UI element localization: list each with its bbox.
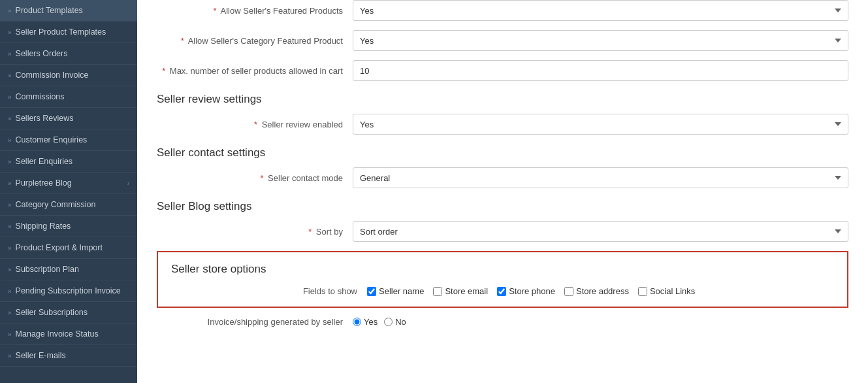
sidebar-item-label: Product Templates bbox=[16, 6, 129, 15]
chevron-icon: » bbox=[8, 29, 12, 36]
sidebar-item-sellers-reviews[interactable]: »Sellers Reviews bbox=[0, 108, 137, 129]
store-phone-checkbox-item[interactable]: Store phone bbox=[497, 286, 555, 296]
sidebar-item-label: Subscription Plan bbox=[16, 265, 129, 274]
fields-to-show-row: Fields to show Seller name Store email S… bbox=[171, 286, 834, 296]
sidebar-item-subscription-plan[interactable]: »Subscription Plan bbox=[0, 259, 137, 280]
sidebar-item-label: Seller E-mails bbox=[16, 351, 129, 360]
store-address-checkbox-item[interactable]: Store address bbox=[564, 286, 629, 296]
allow-category-featured-label: * Allow Seller's Category Featured Produ… bbox=[157, 36, 353, 46]
chevron-icon: » bbox=[8, 244, 12, 252]
seller-contact-mode-label: * Seller contact mode bbox=[157, 173, 353, 183]
seller-review-enabled-label: * Seller review enabled bbox=[157, 120, 353, 129]
sidebar-item-label: Shipping Rates bbox=[16, 222, 129, 231]
allow-featured-products-label: * Allow Seller's Featured Products bbox=[157, 6, 353, 16]
chevron-icon: » bbox=[8, 266, 12, 273]
seller-name-checkbox-item[interactable]: Seller name bbox=[367, 286, 424, 296]
invoice-no-label: No bbox=[395, 317, 406, 327]
chevron-icon: » bbox=[8, 180, 12, 187]
sidebar-item-label: Seller Enquiries bbox=[16, 157, 129, 166]
chevron-icon: » bbox=[8, 115, 12, 122]
main-content: * Allow Seller's Featured Products YesNo… bbox=[137, 0, 868, 383]
allow-featured-products-row: * Allow Seller's Featured Products YesNo bbox=[157, 0, 848, 21]
sidebar-item-product-templates[interactable]: »Product Templates bbox=[0, 0, 137, 22]
invoice-yes-radio-item[interactable]: Yes bbox=[353, 317, 378, 327]
store-address-checkbox[interactable] bbox=[564, 287, 573, 296]
invoice-no-radio[interactable] bbox=[384, 318, 393, 326]
sidebar-item-sellers-orders[interactable]: »Sellers Orders bbox=[0, 43, 137, 65]
invoice-shipping-label: Invoice/shipping generated by seller bbox=[157, 317, 353, 327]
invoice-shipping-row: Invoice/shipping generated by seller Yes… bbox=[157, 317, 848, 327]
chevron-icon: » bbox=[8, 352, 12, 359]
invoice-yes-label: Yes bbox=[364, 317, 378, 327]
store-email-label: Store email bbox=[445, 286, 488, 296]
social-links-checkbox-item[interactable]: Social Links bbox=[638, 286, 695, 296]
sidebar-item-commissions[interactable]: »Commissions bbox=[0, 86, 137, 108]
required-star-4: * bbox=[254, 120, 257, 129]
seller-blog-settings-title: Seller Blog settings bbox=[157, 200, 848, 213]
sort-by-select[interactable]: Sort orderDateName bbox=[353, 221, 848, 242]
sidebar-item-label: Purpletree Blog bbox=[16, 178, 127, 188]
allow-featured-products-select[interactable]: YesNo bbox=[353, 0, 848, 21]
seller-name-checkbox[interactable] bbox=[367, 287, 376, 296]
sidebar-item-shipping-rates[interactable]: »Shipping Rates bbox=[0, 216, 137, 237]
chevron-icon: » bbox=[8, 309, 12, 316]
sidebar-item-commission-invoice[interactable]: »Commission Invoice bbox=[0, 65, 137, 86]
chevron-icon: » bbox=[8, 72, 12, 79]
max-products-label: * Max. number of seller products allowed… bbox=[157, 66, 353, 76]
chevron-icon: » bbox=[8, 201, 12, 208]
allow-category-featured-select[interactable]: YesNo bbox=[353, 30, 848, 51]
seller-review-enabled-row: * Seller review enabled YesNo bbox=[157, 114, 848, 135]
sidebar-item-label: Product Export & Import bbox=[16, 243, 129, 252]
sidebar-item-seller-emails[interactable]: »Seller E-mails bbox=[0, 345, 137, 367]
sort-by-label: * Sort by bbox=[157, 227, 353, 237]
chevron-icon: » bbox=[8, 50, 12, 58]
sidebar-item-category-commission[interactable]: »Category Commission bbox=[0, 194, 137, 216]
sidebar-item-seller-enquiries[interactable]: »Seller Enquiries bbox=[0, 151, 137, 173]
sidebar-item-label: Seller Subscriptions bbox=[16, 308, 129, 317]
store-email-checkbox[interactable] bbox=[433, 287, 442, 296]
chevron-icon: » bbox=[8, 158, 12, 165]
max-products-row: * Max. number of seller products allowed… bbox=[157, 60, 848, 81]
sidebar-item-seller-product-templates[interactable]: »Seller Product Templates bbox=[0, 22, 137, 43]
store-phone-label: Store phone bbox=[509, 286, 555, 296]
sidebar-item-label: Pending Subscription Invoice bbox=[16, 286, 129, 295]
required-star-3: * bbox=[162, 66, 165, 76]
sidebar-item-label: Commissions bbox=[16, 92, 129, 101]
sidebar-item-label: Commission Invoice bbox=[16, 71, 129, 80]
chevron-icon: » bbox=[8, 223, 12, 230]
chevron-icon: » bbox=[8, 288, 12, 295]
seller-name-label: Seller name bbox=[379, 286, 424, 296]
social-links-label: Social Links bbox=[650, 286, 695, 296]
seller-contact-settings-title: Seller contact settings bbox=[157, 146, 848, 159]
required-star-5: * bbox=[260, 173, 263, 183]
required-star: * bbox=[214, 6, 217, 16]
sidebar-item-customer-enquiries[interactable]: »Customer Enquiries bbox=[0, 129, 137, 151]
seller-contact-mode-row: * Seller contact mode GeneralEmailPhone bbox=[157, 167, 848, 188]
seller-contact-mode-select[interactable]: GeneralEmailPhone bbox=[353, 167, 848, 188]
store-email-checkbox-item[interactable]: Store email bbox=[433, 286, 488, 296]
sidebar-item-pending-subscription-invoice[interactable]: »Pending Subscription Invoice bbox=[0, 280, 137, 302]
sidebar-item-manage-invoice-status[interactable]: »Manage Invoice Status bbox=[0, 324, 137, 345]
seller-review-enabled-select[interactable]: YesNo bbox=[353, 114, 848, 135]
sidebar-item-seller-subscriptions[interactable]: »Seller Subscriptions bbox=[0, 302, 137, 324]
required-star-2: * bbox=[181, 36, 184, 46]
social-links-checkbox[interactable] bbox=[638, 287, 647, 296]
required-star-6: * bbox=[308, 227, 312, 237]
sidebar-item-product-export-import[interactable]: »Product Export & Import bbox=[0, 237, 137, 259]
checkbox-group: Seller name Store email Store phone Stor… bbox=[367, 286, 695, 296]
max-products-input[interactable] bbox=[353, 60, 848, 81]
sort-by-row: * Sort by Sort orderDateName bbox=[157, 221, 848, 242]
invoice-yes-radio[interactable] bbox=[353, 318, 361, 326]
arrow-right-icon: › bbox=[127, 180, 129, 187]
sidebar-item-label: Category Commission bbox=[16, 200, 129, 209]
chevron-icon: » bbox=[8, 137, 12, 144]
allow-category-featured-row: * Allow Seller's Category Featured Produ… bbox=[157, 30, 848, 51]
store-phone-checkbox[interactable] bbox=[497, 287, 506, 296]
chevron-icon: » bbox=[8, 331, 12, 338]
invoice-no-radio-item[interactable]: No bbox=[384, 317, 406, 327]
featured-products-section: * Allow Seller's Featured Products YesNo… bbox=[157, 0, 848, 81]
seller-store-options-title: Seller store options bbox=[171, 263, 834, 276]
sidebar-item-label: Sellers Orders bbox=[16, 49, 129, 58]
sidebar-item-purpletree-blog[interactable]: »Purpletree Blog› bbox=[0, 173, 137, 194]
seller-store-options-box: Seller store options Fields to show Sell… bbox=[157, 251, 848, 308]
